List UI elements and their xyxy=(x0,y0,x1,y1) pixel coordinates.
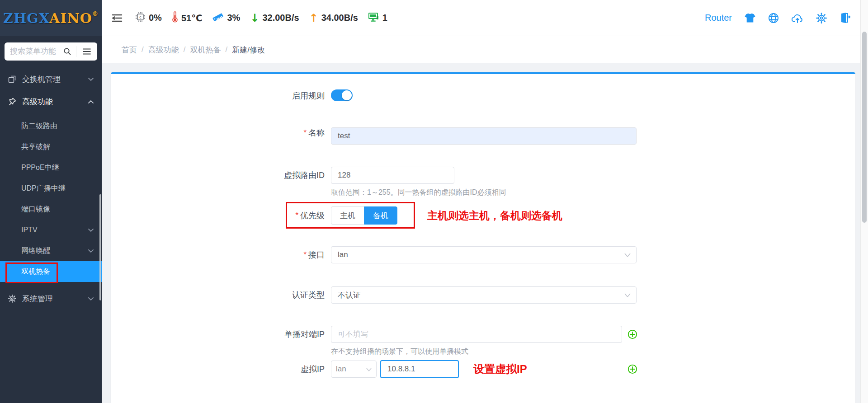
unicast-peer-ip-input[interactable] xyxy=(331,326,622,343)
unicast-peer-ip-hint: 在不支持组播的场景下，可以使用单播模式 xyxy=(331,347,622,356)
temperature-icon xyxy=(172,11,178,24)
label-text: 优先级 xyxy=(300,210,325,221)
download-arrow-icon: ↓ xyxy=(250,13,259,23)
chevron-down-icon xyxy=(366,365,372,374)
label-text: 名称 xyxy=(308,127,325,138)
add-virtual-ip-icon[interactable] xyxy=(627,364,637,374)
pin-icon xyxy=(8,98,16,106)
sub-item-label: 端口镜像 xyxy=(21,205,50,214)
sub-item-label: 共享破解 xyxy=(21,142,50,152)
breadcrumb-dual-hot-standby[interactable]: 双机热备 xyxy=(190,45,221,55)
sidebar-item-switch-management[interactable]: 交换机管理 xyxy=(0,68,102,90)
label-text: 虚拟IP xyxy=(301,364,325,375)
logout-icon[interactable] xyxy=(840,13,851,23)
breadcrumb: 首页 / 高级功能 / 双机热备 / 新建/修改 xyxy=(102,36,868,63)
chevron-down-icon xyxy=(624,291,631,300)
sidebar-item-dual-hot-standby[interactable]: 双机热备 xyxy=(0,261,102,282)
advanced-features-submenu: 防二级路由 共享破解 PPPoE中继 UDP广播中继 端口镜像 IPTV 网络唤… xyxy=(0,113,102,282)
add-unicast-peer-ip-icon[interactable] xyxy=(627,329,637,339)
search-menu-button[interactable] xyxy=(76,42,97,61)
sidebar-item-anti-secondary-routing[interactable]: 防二级路由 xyxy=(0,116,102,136)
collapse-sidebar-icon[interactable] xyxy=(111,13,123,23)
sidebar-item-pppoe-relay[interactable]: PPPoE中继 xyxy=(0,157,102,178)
breadcrumb-separator: / xyxy=(225,45,227,54)
sidebar-scrollbar[interactable] xyxy=(99,194,101,300)
sidebar-item-label: 交换机管理 xyxy=(22,74,61,84)
enable-rule-label: 启用规则 xyxy=(111,89,331,102)
form-card: 启用规则 * 名称 虚拟路由ID xyxy=(111,72,855,403)
virtual-ip-label: 虚拟IP xyxy=(111,364,331,375)
label-text: 启用规则 xyxy=(292,90,325,101)
online-devices-stat: 1 xyxy=(368,12,387,24)
label-text: 接口 xyxy=(308,249,325,260)
virtual-router-id-label: 虚拟路由ID xyxy=(111,167,331,184)
content-area: 启用规则 * 名称 虚拟路由ID xyxy=(102,63,868,403)
sidebar-item-udp-broadcast-relay[interactable]: UDP广播中继 xyxy=(0,178,102,199)
page-scrollbar[interactable] xyxy=(860,0,868,403)
chevron-up-icon xyxy=(88,100,94,103)
chevron-down-icon xyxy=(88,229,94,232)
chevron-down-icon xyxy=(624,250,631,259)
breadcrumb-advanced-features[interactable]: 高级功能 xyxy=(148,45,179,55)
virtual-ip-input[interactable] xyxy=(380,360,459,378)
virtual-ip-interface-select[interactable]: lan xyxy=(331,361,377,378)
upload-stat: ↑ 34.00B/s xyxy=(309,13,358,23)
priority-row: * 优先级 主机 备机 主机则选主机，备机则选备机 xyxy=(111,206,855,225)
online-devices-count: 1 xyxy=(382,13,387,23)
main-area: c 0% xyxy=(102,0,868,403)
search-icon[interactable] xyxy=(63,47,76,56)
brand-logo: ZHGXAINO® xyxy=(3,10,99,26)
page-scrollbar-thumb[interactable] xyxy=(862,32,867,223)
cloud-upload-icon[interactable] xyxy=(792,13,803,23)
download-speed-value: 32.00B/s xyxy=(262,13,299,23)
sub-item-label: 网络唤醒 xyxy=(21,246,50,256)
select-value: 不认证 xyxy=(338,290,361,300)
priority-master-button[interactable]: 主机 xyxy=(331,206,364,225)
unicast-peer-ip-row: 单播对端IP 在不支持组播的场景下，可以使用单播模式 xyxy=(111,326,855,356)
registered-mark: ® xyxy=(92,10,99,17)
enable-rule-row: 启用规则 xyxy=(111,89,855,102)
interface-label: * 接口 xyxy=(111,249,331,260)
select-value: lan xyxy=(338,250,348,259)
priority-backup-button[interactable]: 备机 xyxy=(364,206,397,225)
interface-select[interactable]: lan xyxy=(331,246,637,263)
topbar-actions: Router xyxy=(705,13,851,23)
sidebar-item-label: 系统管理 xyxy=(22,294,53,304)
cpu-usage-value: 0% xyxy=(149,13,162,23)
chevron-down-icon xyxy=(88,297,94,300)
sidebar-item-advanced-features[interactable]: 高级功能 xyxy=(0,90,102,113)
sidebar-item-wake-on-lan[interactable]: 网络唤醒 xyxy=(0,240,102,261)
auth-type-select[interactable]: 不认证 xyxy=(331,286,637,304)
search-input[interactable] xyxy=(5,47,63,56)
sidebar-item-port-mirroring[interactable]: 端口镜像 xyxy=(0,199,102,220)
enable-rule-toggle[interactable] xyxy=(331,89,353,101)
sidebar-item-system-management[interactable]: 系统管理 xyxy=(0,287,102,310)
auth-type-row: 认证类型 不认证 xyxy=(111,286,855,304)
sidebar-item-iptv[interactable]: IPTV xyxy=(0,220,102,240)
virtual-router-id-row: 虚拟路由ID 取值范围：1～255。同一热备组的虚拟路由ID必须相同 xyxy=(111,167,855,197)
virtual-router-id-input[interactable] xyxy=(331,167,454,184)
theme-icon[interactable] xyxy=(745,13,755,23)
breadcrumb-separator: / xyxy=(142,45,144,54)
sidebar-nav: 交换机管理 高级功能 防二级路由 共享破解 PPPoE中继 UDP广播中继 端口… xyxy=(0,68,102,310)
label-text: 认证类型 xyxy=(292,290,325,300)
chevron-down-icon xyxy=(88,78,94,81)
memory-icon xyxy=(212,12,224,24)
name-input[interactable] xyxy=(331,127,637,145)
sidebar-item-label: 高级功能 xyxy=(22,97,53,107)
language-globe-icon[interactable] xyxy=(768,13,779,23)
menu-search xyxy=(5,42,97,61)
label-text: 虚拟路由ID xyxy=(284,170,325,181)
breadcrumb-home[interactable]: 首页 xyxy=(122,45,137,55)
breadcrumb-separator: / xyxy=(184,45,186,54)
required-marker: * xyxy=(295,211,298,220)
select-value: lan xyxy=(336,365,346,374)
router-link[interactable]: Router xyxy=(705,13,732,23)
chevron-down-icon xyxy=(88,249,94,253)
sidebar-item-sharing-crack[interactable]: 共享破解 xyxy=(0,136,102,157)
settings-gear-icon[interactable] xyxy=(816,13,827,23)
sub-item-label: 防二级路由 xyxy=(21,122,57,131)
temperature-value: 51℃ xyxy=(181,13,202,23)
label-text: 单播对端IP xyxy=(284,329,325,340)
temperature-stat: 51℃ xyxy=(172,11,202,24)
